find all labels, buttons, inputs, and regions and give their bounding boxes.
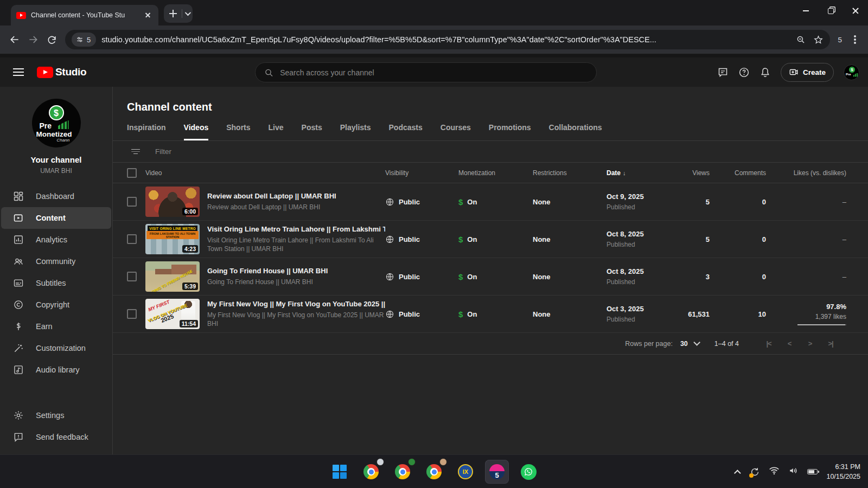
system-tray: 6:31 PM 10/15/2025 [736, 455, 860, 488]
address-bar[interactable]: 5 studio.youtube.com/channel/UC5a6xZmT_E… [65, 30, 830, 49]
table-row[interactable]: 6:00 Review about Dell Laptop || UMAR BH… [113, 183, 868, 221]
tab-podcasts[interactable]: Podcasts [389, 123, 423, 140]
row-checkbox[interactable] [127, 234, 137, 244]
forward-button[interactable] [24, 30, 42, 49]
video-title[interactable]: Visit Oring Line Metro Train Lahore || F… [207, 225, 385, 233]
row-checkbox[interactable] [127, 272, 137, 281]
hamburger-menu-icon[interactable] [13, 68, 24, 76]
table-row[interactable]: VISIT ORING LINE METRO TRAIN FROM LAKSHM… [113, 221, 868, 258]
col-restrictions[interactable]: Restrictions [533, 169, 607, 177]
sidebar-item-copyright[interactable]: Copyright [0, 294, 112, 316]
volume-icon[interactable] [788, 466, 799, 477]
monetization-dollar-icon: $ [458, 235, 463, 244]
video-thumbnail[interactable]: MY FIRST VLOG ON YOUTUBE 2025 11:54 [145, 299, 200, 329]
col-monetization[interactable]: Monetization [458, 169, 533, 177]
browser-tab[interactable]: Channel content - YouTube Stu [11, 5, 158, 25]
active-browser-app[interactable]: 5 [485, 460, 509, 484]
site-settings-chip[interactable]: 5 [72, 33, 96, 47]
sidebar-item-dashboard[interactable]: Dashboard [0, 185, 112, 207]
video-title[interactable]: My First New Vlog || My First Vlog on Yo… [207, 300, 385, 308]
toolbar-badge[interactable]: 5 [838, 36, 842, 44]
tab-list-chevron-icon[interactable] [185, 10, 191, 16]
first-page-button[interactable]: |< [758, 339, 779, 348]
avatar-text: Pre [846, 73, 851, 76]
avatar-line2: Monetized [36, 130, 72, 138]
rows-per-page-value[interactable]: 30 [680, 340, 688, 348]
filter-bar[interactable]: Filter [113, 141, 868, 163]
start-button[interactable] [328, 460, 352, 484]
youtube-favicon-icon [16, 12, 26, 19]
browser-menu-icon[interactable] [854, 38, 856, 41]
sidebar-item-send-feedback[interactable]: Send feedback [0, 426, 112, 448]
battery-icon[interactable] [807, 469, 818, 474]
video-thumbnail[interactable]: 6:00 [145, 187, 200, 217]
next-page-button[interactable]: > [800, 339, 820, 348]
new-tab-button[interactable] [167, 8, 179, 20]
account-avatar[interactable]: $ Pre [844, 65, 859, 80]
back-button[interactable] [5, 30, 24, 49]
whatsapp-app[interactable] [516, 460, 540, 484]
sidebar-item-community[interactable]: Community [0, 251, 112, 272]
table-row[interactable]: GOING TO FRIEND HOUSE 5:39 Going To Frie… [113, 258, 868, 296]
sidebar-item-content[interactable]: Content [1, 207, 111, 229]
video-title[interactable]: Going To Friend House || UMAR BHI [207, 267, 328, 275]
update-sync-icon[interactable] [750, 467, 760, 477]
table-row[interactable]: MY FIRST VLOG ON YOUTUBE 2025 11:54 My F… [113, 296, 868, 333]
chrome-icon [363, 464, 379, 479]
channel-avatar[interactable]: $ Pre Monetized Chann [32, 99, 81, 147]
help-icon[interactable] [738, 67, 750, 78]
last-page-button[interactable]: >| [820, 339, 841, 348]
clock[interactable]: 6:31 PM 10/15/2025 [826, 462, 860, 481]
profile-avatar [376, 458, 384, 466]
chrome-profile-2[interactable] [391, 460, 414, 484]
channel-search[interactable] [255, 62, 597, 82]
sidebar-item-audio-library[interactable]: Audio library [0, 359, 112, 381]
col-date[interactable]: Date↓ [607, 169, 673, 177]
restore-button[interactable] [818, 0, 843, 22]
tab-posts[interactable]: Posts [302, 123, 322, 140]
video-thumbnail[interactable]: GOING TO FRIEND HOUSE 5:39 [145, 261, 200, 292]
chrome-profile-1[interactable] [359, 460, 383, 484]
sidebar-item-subtitles[interactable]: Subtitles [0, 272, 112, 294]
chrome-profile-3[interactable] [422, 460, 446, 484]
col-visibility[interactable]: Visibility [385, 169, 458, 177]
col-views[interactable]: Views [673, 169, 710, 177]
row-checkbox[interactable] [127, 197, 137, 207]
tab-shorts[interactable]: Shorts [226, 123, 250, 140]
video-title[interactable]: Review about Dell Laptop || UMAR BHI [207, 192, 336, 200]
tab-courses[interactable]: Courses [441, 123, 471, 140]
feedback-history-icon[interactable] [717, 67, 729, 78]
tab-live[interactable]: Live [269, 123, 284, 140]
settings-gear-icon [13, 410, 24, 421]
select-all-checkbox[interactable] [127, 168, 137, 178]
col-comments[interactable]: Comments [710, 169, 766, 177]
sidebar-item-customization[interactable]: Customization [0, 337, 112, 359]
tab-close-icon[interactable] [143, 10, 153, 20]
notifications-bell-icon[interactable] [760, 67, 771, 78]
close-button[interactable] [843, 0, 868, 22]
search-input[interactable] [280, 68, 588, 77]
tab-playlists[interactable]: Playlists [340, 123, 371, 140]
col-likes[interactable]: Likes (vs. dislikes) [766, 169, 846, 177]
row-checkbox[interactable] [127, 309, 137, 319]
tab-promotions[interactable]: Promotions [489, 123, 531, 140]
previous-page-button[interactable]: < [779, 339, 800, 348]
wifi-icon[interactable] [769, 466, 780, 477]
tab-inspiration[interactable]: Inspiration [127, 123, 166, 140]
sidebar-item-earn[interactable]: Earn [0, 316, 112, 337]
reload-button[interactable] [42, 30, 61, 49]
col-video[interactable]: Video [145, 169, 385, 177]
ix-app[interactable]: IX [454, 460, 477, 484]
sidebar-item-settings[interactable]: Settings [0, 404, 112, 426]
tab-collaborations[interactable]: Collaborations [549, 123, 602, 140]
tab-videos[interactable]: Videos [184, 123, 209, 140]
rows-per-page-chevron-icon[interactable] [693, 339, 700, 346]
growth-chart-icon [58, 120, 69, 129]
create-button[interactable]: Create [781, 63, 834, 82]
bookmark-star-icon[interactable] [813, 35, 824, 45]
sidebar-item-analytics[interactable]: Analytics [0, 229, 112, 251]
video-thumbnail[interactable]: VISIT ORING LINE METRO TRAIN FROM LAKSHM… [145, 224, 200, 254]
zoom-page-icon[interactable] [796, 35, 806, 44]
minimize-button[interactable] [793, 0, 818, 22]
studio-logo[interactable]: Studio [37, 66, 86, 78]
